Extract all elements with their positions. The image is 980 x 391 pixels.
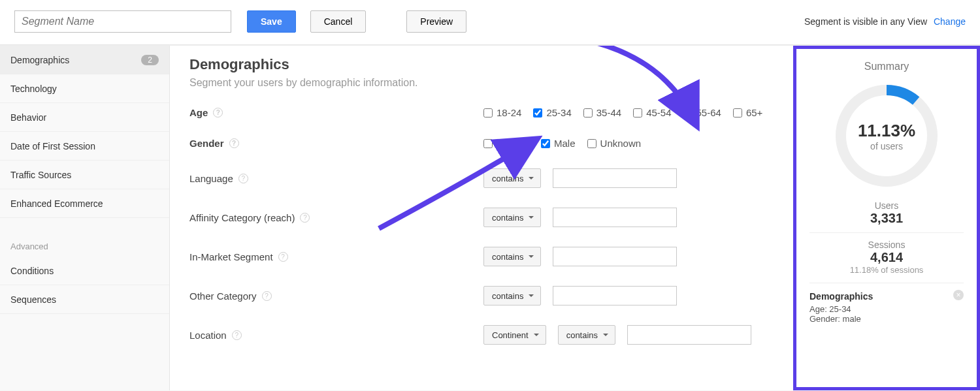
content: Demographics Segment your users by demog…: [170, 46, 793, 390]
summary-donut-chart: 11.13% of users: [831, 80, 942, 191]
summary-of-users: of users: [870, 141, 903, 151]
page-title: Demographics: [189, 56, 774, 73]
remove-filter-icon[interactable]: ×: [953, 290, 964, 300]
summary-filter-title: Demographics: [809, 291, 964, 302]
other-input[interactable]: [553, 286, 677, 305]
age-45-54-checkbox[interactable]: 45-54: [633, 107, 671, 118]
chevron-down-icon: [529, 216, 534, 219]
gender-label: Gender: [189, 138, 224, 149]
summary-sessions-label: Sessions: [809, 240, 964, 250]
affinity-label: Affinity Category (reach): [189, 212, 295, 223]
gender-male-checkbox[interactable]: Male: [541, 138, 576, 149]
summary-sessions-note: 11.18% of sessions: [809, 265, 964, 275]
inmarket-input[interactable]: [553, 247, 677, 266]
location-label: Location: [189, 330, 227, 341]
inmarket-label: In-Market Segment: [189, 251, 273, 262]
summary-users-value: 3,331: [809, 211, 964, 226]
summary-percent: 11.13%: [858, 121, 915, 141]
sidebar-advanced-heading: Advanced: [0, 218, 169, 257]
sidebar-item-label: Technology: [10, 84, 57, 94]
location-match-select[interactable]: contains: [558, 325, 615, 345]
summary-users-label: Users: [809, 200, 964, 211]
age-18-24-checkbox[interactable]: 18-24: [483, 107, 521, 118]
visibility-label: Segment is visible in any View: [804, 16, 927, 27]
inmarket-match-select[interactable]: contains: [483, 247, 541, 266]
help-icon[interactable]: ?: [232, 330, 242, 340]
help-icon[interactable]: ?: [213, 108, 223, 117]
location-input[interactable]: [627, 325, 751, 345]
help-icon[interactable]: ?: [238, 174, 248, 183]
chevron-down-icon: [529, 294, 534, 297]
affinity-input[interactable]: [553, 208, 677, 227]
visibility-text: Segment is visible in any View Change: [804, 16, 966, 27]
sidebar-item-ecommerce[interactable]: Enhanced Ecommerce: [0, 189, 169, 218]
other-match-select[interactable]: contains: [483, 286, 541, 305]
help-icon[interactable]: ?: [229, 138, 239, 148]
language-match-select[interactable]: contains: [483, 168, 541, 188]
age-25-34-checkbox[interactable]: 25-34: [533, 107, 571, 118]
location-scope-select[interactable]: Continent: [483, 325, 546, 345]
page-subtitle: Segment your users by demographic inform…: [189, 77, 774, 89]
sidebar-item-label: Demographics: [10, 55, 69, 65]
summary-filter-age: Age: 25-34: [809, 304, 964, 314]
sidebar-item-first-session[interactable]: Date of First Session: [0, 132, 169, 161]
sidebar-item-sequences[interactable]: Sequences: [0, 285, 169, 314]
age-35-44-checkbox[interactable]: 35-44: [583, 107, 621, 118]
gender-female-checkbox[interactable]: Female: [483, 138, 529, 149]
sidebar-item-label: Traffic Sources: [10, 170, 71, 180]
save-button[interactable]: Save: [247, 10, 296, 33]
preview-button[interactable]: Preview: [406, 10, 466, 33]
sidebar-item-label: Date of First Session: [10, 141, 95, 151]
summary-title: Summary: [809, 61, 964, 72]
cancel-button[interactable]: Cancel: [310, 10, 367, 33]
chevron-down-icon: [529, 177, 534, 180]
age-55-64-checkbox[interactable]: 55-64: [683, 107, 721, 118]
chevron-down-icon: [534, 334, 539, 336]
sidebar-badge: 2: [141, 55, 159, 65]
chevron-down-icon: [529, 255, 534, 258]
help-icon[interactable]: ?: [300, 213, 310, 223]
language-input[interactable]: [553, 168, 677, 188]
age-label: Age: [189, 107, 208, 118]
sidebar-item-technology[interactable]: Technology: [0, 74, 169, 103]
sidebar-item-demographics[interactable]: Demographics 2: [0, 46, 169, 74]
summary-sessions-value: 4,614: [809, 250, 964, 265]
help-icon[interactable]: ?: [278, 252, 288, 262]
sidebar-item-conditions[interactable]: Conditions: [0, 257, 169, 285]
other-label: Other Category: [189, 290, 257, 302]
summary-filter-gender: Gender: male: [809, 314, 964, 324]
gender-unknown-checkbox[interactable]: Unknown: [587, 138, 642, 149]
divider: [809, 232, 964, 233]
age-65plus-checkbox[interactable]: 65+: [733, 107, 762, 118]
sidebar-item-label: Enhanced Ecommerce: [10, 198, 103, 209]
sidebar-item-label: Conditions: [10, 266, 54, 276]
chevron-down-icon: [603, 334, 608, 336]
sidebar-item-traffic-sources[interactable]: Traffic Sources: [0, 161, 169, 189]
summary-panel: Summary 11.13% of users Users 3,331 Sess…: [793, 46, 980, 390]
sidebar-item-label: Behavior: [10, 112, 46, 123]
sidebar-item-behavior[interactable]: Behavior: [0, 103, 169, 132]
sidebar-item-label: Sequences: [10, 294, 56, 305]
segment-name-input[interactable]: [14, 10, 231, 33]
change-visibility-link[interactable]: Change: [934, 16, 966, 27]
affinity-match-select[interactable]: contains: [483, 208, 541, 227]
sidebar: Demographics 2 Technology Behavior Date …: [0, 46, 170, 390]
help-icon[interactable]: ?: [262, 291, 272, 301]
language-label: Language: [189, 173, 233, 184]
